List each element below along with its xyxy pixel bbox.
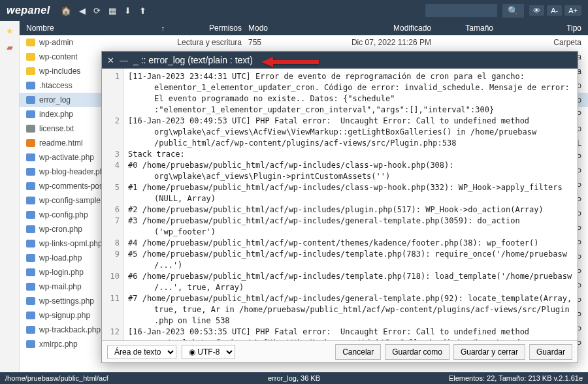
file-icon (26, 254, 35, 262)
area-select[interactable]: Área de texto (107, 345, 176, 359)
home-icon[interactable]: 🏠 (61, 6, 71, 16)
status-path: /home/pruebasw/public_html/acf (5, 374, 108, 382)
file-name: wp-login.php (39, 268, 84, 277)
save-close-button[interactable]: Guardar y cerrar (453, 344, 525, 360)
file-name: wp-links-opml.php (39, 239, 103, 248)
file-icon (26, 82, 35, 89)
folder-icon (26, 39, 35, 46)
save-as-button[interactable]: Guardar como (385, 344, 449, 360)
file-row[interactable]: wp-adminLectura y escritura755Dic 07, 20… (20, 35, 588, 50)
file-name: wp-settings.php (39, 296, 94, 306)
statusbar: /home/pruebasw/public_html/acf error_log… (0, 372, 588, 384)
refresh-icon[interactable]: ⟳ (93, 6, 101, 16)
file-name: license.txt (39, 124, 74, 133)
back-icon[interactable]: ◀ (79, 6, 86, 16)
file-icon (26, 312, 35, 319)
star-icon[interactable]: ★ (6, 26, 14, 36)
file-name: wp-config-sample.… (39, 196, 110, 205)
file-name: .htaccess (39, 81, 73, 90)
status-right: Elementos: 22, Tamaño: 213 KB v.2.1.61e (449, 374, 583, 382)
save-button[interactable]: Guardar (529, 344, 572, 360)
file-name: readme.html (39, 138, 83, 148)
file-name: wp-trackback.php (39, 325, 101, 334)
file-name: wp-config.php (39, 210, 88, 219)
file-name: wp-cron.php (39, 225, 82, 234)
file-name: index.php (39, 110, 73, 119)
grid-icon[interactable]: ▦ (108, 6, 116, 16)
file-name: xmlrpc.php (39, 340, 78, 349)
file-icon (26, 326, 35, 334)
editor-footer: Área de texto ◉ UTF-8 Cancelar Guardar c… (102, 340, 578, 362)
file-icon (26, 211, 35, 219)
file-name: error_log (39, 95, 71, 104)
file-name: wp-signup.php (39, 311, 90, 320)
file-icon (26, 197, 35, 204)
box-icon[interactable]: ▰ (7, 42, 13, 52)
file-name: wp-load.php (39, 253, 82, 263)
search-input[interactable] (425, 4, 497, 17)
file-icon (26, 182, 35, 190)
brand-logo: wepanel (7, 5, 50, 16)
editor-titlebar[interactable]: ✕ — _ :: error_log (text/plain : text) (102, 52, 578, 69)
file-icon (26, 340, 35, 348)
favorites-strip: ★ ▰ (0, 21, 20, 372)
editor-title-text: _ :: error_log (text/plain : text) (133, 55, 253, 65)
search-button[interactable]: 🔍 (502, 4, 524, 18)
folder-icon (26, 67, 35, 75)
file-icon (26, 283, 35, 291)
table-header: Nombre↑ Permisos Modo Modificado Tamaño … (20, 21, 588, 35)
file-name: wp-comments-pos… (39, 182, 111, 191)
column-mode[interactable]: Modo (248, 24, 301, 33)
column-name[interactable]: Nombre↑ (20, 24, 170, 33)
file-icon (26, 168, 35, 176)
zoom-in-button[interactable]: A+ (564, 5, 581, 16)
file-icon (26, 110, 35, 118)
close-icon[interactable]: ✕ (107, 56, 114, 65)
folder-icon (26, 53, 35, 61)
file-icon (26, 139, 35, 147)
file-icon (26, 125, 35, 133)
column-size[interactable]: Tamaño (438, 24, 500, 33)
file-icon (26, 240, 35, 248)
eye-icon[interactable]: 👁 (529, 5, 544, 16)
encoding-select[interactable]: ◉ UTF-8 (182, 345, 235, 359)
column-type[interactable]: Tipo (500, 24, 588, 33)
file-icon (26, 96, 35, 104)
topbar: wepanel 🏠 ◀ ⟳ ▦ ⬇ ⬆ 🔍 👁 A- A+ (0, 0, 588, 21)
status-center: error_log, 36 KB (268, 374, 320, 382)
zoom-out-button[interactable]: A- (547, 5, 562, 16)
line-gutter: 12345678910111213 (102, 69, 124, 340)
code-area[interactable]: [11-Jan-2023 23:44:31 UTC] Error de even… (124, 69, 578, 340)
file-name: wp-content (39, 52, 78, 61)
column-permissions[interactable]: Permisos (170, 24, 248, 33)
file-name: wp-admin (39, 38, 73, 47)
file-icon (26, 268, 35, 276)
column-modified[interactable]: Modificado (301, 24, 438, 33)
file-icon (26, 297, 35, 305)
cancel-button[interactable]: Cancelar (335, 344, 381, 360)
file-icon (26, 153, 35, 161)
file-name: wp-activate.php (39, 153, 94, 162)
file-icon (26, 225, 35, 233)
file-name: wp-mail.php (39, 282, 82, 291)
file-name: wp-includes (39, 67, 80, 76)
toolbar-icons: 🏠 ◀ ⟳ ▦ ⬇ ⬆ (61, 6, 146, 16)
upload-icon[interactable]: ⬆ (139, 6, 146, 16)
minimize-icon[interactable]: — (120, 56, 128, 65)
download-icon[interactable]: ⬇ (124, 6, 131, 16)
editor-window: ✕ — _ :: error_log (text/plain : text) 1… (101, 51, 578, 363)
